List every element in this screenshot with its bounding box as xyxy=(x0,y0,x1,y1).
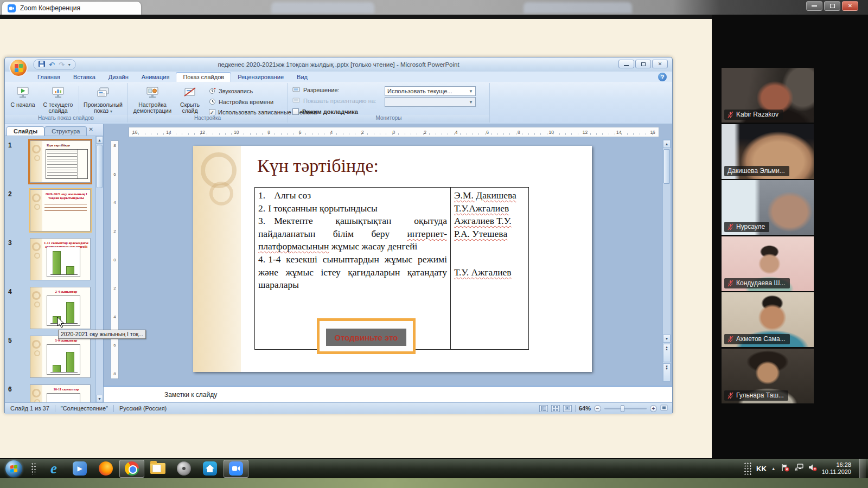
pane-close-icon[interactable]: ✕ xyxy=(89,126,93,132)
slide-canvas[interactable]: Күн тәртібінде: 1.Алғы сөз 2.I тоқсаннын… xyxy=(193,146,592,372)
slide-thumbnail-3[interactable]: 3 1-11 сыныптар арасындағы оқушылардың о… xyxy=(5,238,95,285)
volume-icon[interactable] xyxy=(808,464,817,473)
internet-explorer-icon: e xyxy=(50,461,57,476)
setup-slideshow-button[interactable]: Настройка демонстрации xyxy=(131,85,174,117)
zoom-in-button[interactable]: + xyxy=(650,405,657,412)
pane-tabs: Слайды Структура ✕ xyxy=(5,124,103,136)
fit-to-window-button[interactable] xyxy=(660,404,668,412)
scrollbar-thumb[interactable] xyxy=(97,145,103,188)
taskbar-file-explorer[interactable] xyxy=(145,460,170,478)
slide-thumbnail-1[interactable]: 1 Күн тәртібінде xyxy=(5,140,95,187)
office-button[interactable] xyxy=(9,59,28,77)
agenda-item: 3.Мектепте қашықтықтан оқытуда пайдалана… xyxy=(258,215,447,253)
zoom-slider-thumb[interactable] xyxy=(621,405,624,412)
ppt-minimize-button[interactable] xyxy=(618,60,634,68)
participant-video[interactable]: Гульнара Таш... xyxy=(722,349,814,403)
powerpoint-window: ↶ ↷ ▾ педкенес 2020-2021жж 1тоқсан жылды… xyxy=(4,57,673,413)
action-center-flag-icon[interactable] xyxy=(781,464,789,474)
language-indicator[interactable]: Русский (Россия) xyxy=(114,405,172,412)
previous-slide-button[interactable]: ▲▲ xyxy=(663,344,671,362)
background-browser-tab[interactable] xyxy=(271,2,374,14)
participant-video[interactable]: Кондудаева Ш... xyxy=(722,236,814,291)
ruler-number: 6 xyxy=(299,130,302,135)
ruler-number: 2 xyxy=(113,229,116,234)
slide-sorter-view-button[interactable] xyxy=(551,405,560,412)
taskbar-zoom[interactable] xyxy=(224,460,248,478)
zoom-percentage[interactable]: 64% xyxy=(579,405,591,412)
show-presentation-on-row: Показать презентацию на: xyxy=(292,98,376,104)
participant-video[interactable]: Kabir Razakov xyxy=(722,68,814,123)
hide-slide-button[interactable]: Скрыть слайд xyxy=(175,85,205,117)
tab-view[interactable]: Вид xyxy=(290,73,314,82)
theme-name[interactable]: "Солнцестояние" xyxy=(55,405,113,412)
notes-placeholder[interactable]: Заметки к слайду xyxy=(164,391,217,399)
resolution-icon xyxy=(292,87,300,93)
language-indicator[interactable]: KK xyxy=(756,465,767,473)
show-desktop-button[interactable] xyxy=(859,459,866,479)
slide-thumbnail-2[interactable]: 2 2020-2021 оқу жылының I тоқсан қорытын… xyxy=(5,189,95,236)
editor-scrollbar[interactable]: ▲ ▼ ▲▲ ▼▼ xyxy=(662,139,671,382)
custom-slideshow-button[interactable]: Произвольный показ ▾ xyxy=(81,85,125,117)
mini-table xyxy=(46,149,88,179)
slideshow-view-button[interactable] xyxy=(563,405,572,412)
participant-video[interactable]: Дакишева Эльми... xyxy=(722,124,814,179)
background-browser-tab[interactable] xyxy=(524,2,632,14)
tab-insert[interactable]: Вставка xyxy=(67,73,102,82)
taskbar-media-player-classic[interactable] xyxy=(171,460,196,478)
next-slide-button[interactable]: ▼▼ xyxy=(663,363,671,382)
zoom-out-button[interactable]: − xyxy=(594,405,601,412)
slide-thumbnail-6[interactable]: 6 10-11 сыныптар xyxy=(5,384,95,402)
tab-slides-thumbnails[interactable]: Слайды xyxy=(7,126,44,136)
ppt-restore-button[interactable] xyxy=(635,60,651,68)
ruler-number: 8 xyxy=(113,371,116,376)
ppt-close-button[interactable]: ✕ xyxy=(652,60,668,68)
taskbar-chrome[interactable] xyxy=(119,460,144,478)
scroll-up-icon[interactable]: ▲ xyxy=(663,140,671,148)
slide-title[interactable]: Күн тәртібінде: xyxy=(257,156,379,176)
resolution-dropdown[interactable]: Использовать текуще...▼ xyxy=(385,86,476,96)
scrollbar-thumb[interactable] xyxy=(663,149,670,184)
group-label: Мониторы xyxy=(288,115,489,123)
tray-clock[interactable]: 16:28 10.11.2020 xyxy=(822,461,854,476)
presenter-view-row[interactable]: Режим докладчика xyxy=(292,108,358,115)
tab-review[interactable]: Рецензирование xyxy=(231,73,290,82)
minimize-button[interactable] xyxy=(806,1,822,11)
record-narration-item[interactable]: Звукозапись xyxy=(209,87,253,94)
taskbar-internet-explorer[interactable]: e xyxy=(41,460,66,478)
tab-outline[interactable]: Структура xyxy=(44,126,87,136)
tray-expand-icon[interactable]: ▲ xyxy=(771,466,776,471)
slide-thumbnail-5[interactable]: 5 5-9 сыныптар xyxy=(5,336,95,382)
participant-video[interactable]: Ахметов Сама... xyxy=(722,292,814,347)
help-icon[interactable]: ? xyxy=(658,73,667,81)
taskbar-firefox[interactable] xyxy=(93,460,118,478)
taskbar-home-browser[interactable] xyxy=(197,460,222,478)
slide-thumbnail-4[interactable]: 4 2-4 сыныптар xyxy=(5,287,95,333)
close-button[interactable]: ✕ xyxy=(842,1,858,11)
from-beginning-button[interactable]: С начала xyxy=(7,85,39,117)
pane-scrollbar[interactable]: ▲ ▼ xyxy=(95,136,103,402)
clock-icon xyxy=(209,98,216,105)
notes-pane[interactable]: Заметки к слайду xyxy=(104,386,672,402)
tab-slideshow[interactable]: Показ слайдов xyxy=(176,72,231,82)
monitor-play-icon xyxy=(16,86,30,100)
tab-animation[interactable]: Анимация xyxy=(135,73,176,82)
rehearse-timings-item[interactable]: Настройка времени xyxy=(209,98,273,105)
tab-home[interactable]: Главная xyxy=(31,73,67,82)
restore-button[interactable] xyxy=(824,1,840,11)
ppt-content-area: Слайды Структура ✕ 1 Күн тәртібінде 2 20… xyxy=(5,124,672,402)
scroll-down-icon[interactable]: ▼ xyxy=(96,395,103,402)
network-icon[interactable] xyxy=(794,464,803,473)
scroll-down-icon[interactable]: ▼ xyxy=(663,335,671,343)
start-button[interactable] xyxy=(5,460,22,477)
zoom-app-tab[interactable]: Zoom Конференция xyxy=(2,2,141,15)
from-current-slide-button[interactable]: С текущего слайда xyxy=(41,85,75,117)
scroll-up-icon[interactable]: ▲ xyxy=(96,136,103,144)
zoom-slider[interactable] xyxy=(604,408,647,409)
taskbar-media-player[interactable]: ▶ xyxy=(67,460,92,478)
participant-name-label: Нурсауле xyxy=(724,222,769,232)
normal-view-button[interactable] xyxy=(539,405,548,412)
ruler-number: 4 xyxy=(113,200,116,205)
checkbox-unchecked-icon[interactable] xyxy=(292,108,299,115)
tab-design[interactable]: Дизайн xyxy=(102,73,135,82)
participant-video[interactable]: Нурсауле xyxy=(722,180,814,235)
